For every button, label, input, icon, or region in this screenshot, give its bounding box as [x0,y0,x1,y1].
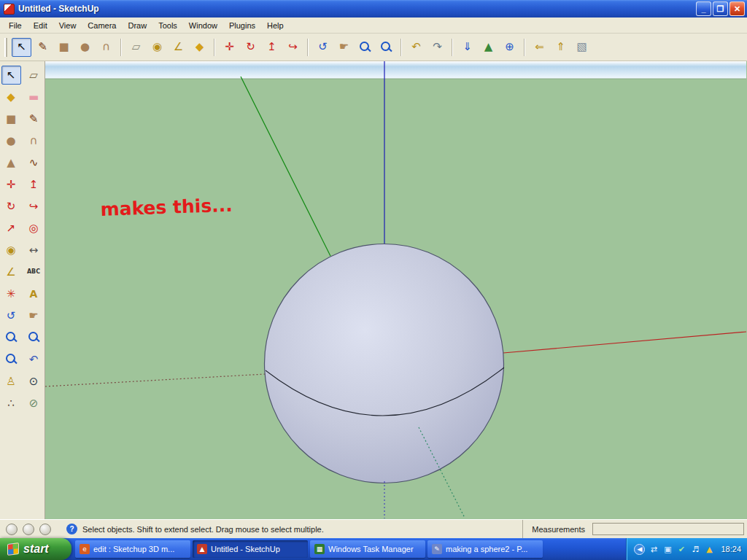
volume-icon[interactable]: ♬ [689,543,701,555]
menu-tools[interactable]: Tools [152,19,183,32]
tape-measure-tool[interactable]: ◉ [1,241,21,260]
circle-tool[interactable]: ● [75,38,95,57]
line-tool[interactable]: ✎ [33,38,53,57]
status-indicator-1[interactable] [6,524,18,535]
rotate-tool[interactable]: ↻ [241,38,260,57]
paint-bucket-tool[interactable]: ◆ [1,88,21,106]
taskbar: start e edit : Sketchup 3D m... ▲ Untitl… [0,538,747,560]
menu-item-label: Edit [34,21,47,30]
measurements-input[interactable] [592,523,744,535]
tool-icon: ■ [6,114,16,125]
tool-icon: ∿ [29,158,39,168]
select-tool[interactable]: ↖ [12,38,31,57]
polygon-tool[interactable]: ▲ [1,153,21,172]
menu-camera[interactable]: Camera [82,19,122,32]
updates-icon[interactable]: ▲ [703,543,715,555]
push-pull-tool[interactable]: ↥ [24,175,44,194]
toggle-terrain-tool[interactable]: ▲ [479,38,498,57]
follow-me-tool[interactable]: ↪ [283,38,303,57]
task-making-a-sphere2[interactable]: ✎ making a sphere2 - P... [427,540,543,558]
protractor-tool[interactable]: ∠ [1,262,21,281]
offset-tool[interactable]: ◎ [24,219,44,238]
paint-bucket-tool[interactable]: ◆ [190,38,209,57]
eraser-tool[interactable]: ▱ [126,38,146,57]
status-indicator-2[interactable] [23,524,34,535]
previous-view-tool[interactable]: ↶ [24,350,44,369]
orbit-tool[interactable]: ↺ [1,306,21,325]
zoom-extents-tool[interactable] [376,38,396,57]
tool-icon: ↷ [433,42,442,52]
next-view-tool[interactable]: ↷ [427,38,447,57]
rotate-tool[interactable]: ↻ [1,197,21,216]
menu-item-label: Tools [158,21,177,30]
rectangle-tool[interactable]: ■ [1,109,21,128]
text-tool[interactable]: ABC [24,262,44,281]
security-center-icon[interactable]: ✔ [676,543,687,555]
display-settings-icon[interactable]: ▣ [662,543,673,555]
help-icon[interactable]: ? [66,524,77,534]
start-button[interactable]: start [0,538,71,560]
push-pull-tool[interactable]: ↥ [262,38,282,57]
position-camera-tool[interactable]: ♙ [1,372,21,391]
zoom-tool[interactable] [1,328,21,347]
eraser-tool[interactable]: ▬ [24,88,44,106]
select-tool[interactable]: ↖ [1,66,21,85]
hide-icons-button[interactable]: ◀ [634,544,645,555]
status-indicator-3[interactable] [39,524,51,535]
get-models-tool[interactable]: ⇐ [530,38,549,57]
3d-text-tool[interactable]: A [24,284,44,303]
menu-window[interactable]: Window [183,19,223,32]
tool-icon: ☛ [339,42,349,52]
tape-measure-tool[interactable]: ◉ [147,38,167,57]
task-edit-sketchup-3d[interactable]: e edit : Sketchup 3D m... [75,540,190,558]
get-current-view-tool[interactable]: ⇓ [457,38,477,57]
tool-icon: ↺ [318,42,328,52]
viewport-canvas[interactable]: makes this... [45,61,747,519]
sphere[interactable] [265,244,504,483]
taskbar-clock[interactable]: 18:24 [721,545,741,553]
place-component-tool[interactable]: ▧ [572,38,592,57]
arc-tool[interactable]: ∩ [96,38,116,57]
move-tool[interactable]: ✛ [1,175,21,194]
zoom-window-tool[interactable] [24,328,44,347]
maximize-button[interactable]: ❐ [713,1,728,16]
menu-draw[interactable]: Draw [122,19,152,32]
menu-view[interactable]: View [53,19,82,32]
close-button[interactable]: ✕ [729,1,745,16]
network-status-icon[interactable]: ⇄ [648,543,659,555]
scale-tool[interactable]: ↗ [1,219,21,238]
orbit-tool[interactable]: ↺ [313,38,333,57]
line-tool[interactable]: ✎ [24,109,44,128]
follow-me-tool[interactable]: ↪ [24,197,44,216]
task-windows-task-manager[interactable]: ▦ Windows Task Manager [310,540,425,558]
menu-file[interactable]: File [3,19,28,32]
menu-help[interactable]: Help [261,19,290,32]
make-component-tool[interactable]: ▱ [24,66,44,85]
rectangle-tool[interactable]: ■ [54,38,74,57]
zoom-tool[interactable] [355,38,375,57]
menu-plugins[interactable]: Plugins [223,19,261,32]
toolbar-drag-handle[interactable] [4,38,7,57]
circle-tool[interactable]: ● [1,131,21,150]
arc-tool[interactable]: ∩ [24,131,44,150]
google-earth-tool[interactable]: ⊕ [500,38,519,57]
tool-icon: ∩ [30,136,38,147]
axes-tool[interactable]: ✳ [1,284,21,303]
freehand-tool[interactable]: ∿ [24,153,44,172]
section-plane-tool[interactable]: ⊘ [24,394,44,413]
look-around-tool[interactable]: ⊙ [24,372,44,391]
menu-edit[interactable]: Edit [28,19,53,32]
task-label: Windows Task Manager [328,545,414,553]
pan-tool[interactable]: ☛ [334,38,354,57]
share-model-tool[interactable]: ⇑ [551,38,570,57]
minimize-button[interactable]: _ [696,1,711,16]
pan-tool[interactable]: ☛ [24,306,44,325]
dimension-tool[interactable]: ↔ [24,241,44,260]
protractor-tool[interactable]: ∠ [169,38,188,57]
walk-tool[interactable]: ∴ [1,394,21,413]
previous-view-tool[interactable]: ↶ [406,38,426,57]
zoom-extents-tool[interactable] [1,350,21,369]
tool-icon: ⇑ [556,42,565,52]
move-tool[interactable]: ✛ [220,38,239,57]
task-untitled-sketchup[interactable]: ▲ Untitled - SketchUp [193,540,308,558]
